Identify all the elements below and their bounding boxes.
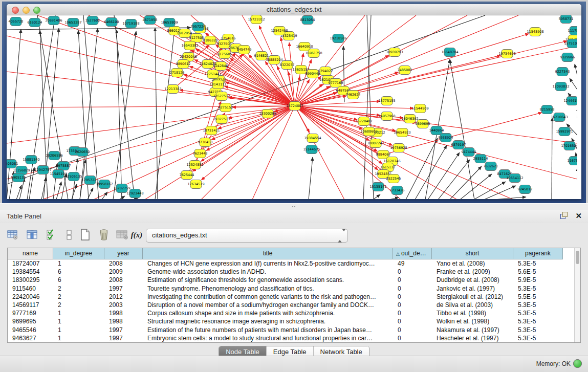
- network-node[interactable]: 9975887: [56, 162, 71, 170]
- network-node[interactable]: 9474444: [462, 148, 476, 157]
- table-scrollbar[interactable]: [574, 248, 580, 342]
- network-node[interactable]: 14957968: [378, 112, 395, 121]
- network-node[interactable]: 4275152: [219, 103, 233, 112]
- float-panel-icon[interactable]: [560, 212, 568, 220]
- show-columns-button[interactable]: [26, 228, 39, 242]
- network-node[interactable]: 9227343: [555, 68, 570, 76]
- network-node[interactable]: 8454749: [237, 46, 252, 54]
- network-node[interactable]: 1167534: [568, 157, 577, 165]
- network-node[interactable]: 1527602: [85, 16, 100, 25]
- table-row[interactable]: 1456911722003Disruption of a novel membe…: [8, 301, 574, 309]
- network-node[interactable]: 10653287: [64, 18, 81, 27]
- network-node[interactable]: 15144575: [303, 145, 320, 154]
- column-header-year[interactable]: year: [104, 248, 143, 259]
- network-node[interactable]: 9127505: [189, 34, 204, 42]
- network-node[interactable]: 15992971: [556, 127, 573, 136]
- table-row[interactable]: 969969511998Structural magnetic resonanc…: [8, 317, 574, 325]
- network-canvas[interactable]: 1872400786601238912954182260589127505818…: [7, 15, 581, 199]
- network-table-selector[interactable]: citations_edges.txt: [146, 229, 348, 243]
- network-node[interactable]: 9245012: [518, 185, 533, 194]
- network-edge[interactable]: [289, 42, 295, 106]
- network-edge[interactable]: [119, 196, 125, 199]
- network-node[interactable]: 19218586: [330, 34, 346, 43]
- network-node[interactable]: 7462624: [346, 91, 361, 99]
- network-node[interactable]: 8186328: [203, 36, 218, 45]
- network-node[interactable]: 5958731: [559, 15, 574, 24]
- network-node[interactable]: 12923448: [126, 189, 143, 198]
- network-node[interactable]: 7625444: [180, 171, 194, 180]
- network-node[interactable]: 1733426: [390, 186, 405, 195]
- network-node[interactable]: 15723312: [248, 15, 265, 24]
- network-node[interactable]: 11548908: [527, 28, 543, 36]
- network-node[interactable]: 1117530: [568, 27, 577, 35]
- network-edge[interactable]: [226, 69, 295, 106]
- network-node[interactable]: 5905135: [11, 173, 26, 182]
- network-edge[interactable]: [309, 157, 313, 199]
- table-mode-button[interactable]: [6, 228, 19, 242]
- network-edge[interactable]: [16, 185, 21, 199]
- column-header-name[interactable]: name: [8, 248, 53, 259]
- network-node[interactable]: 2620650: [75, 148, 90, 157]
- delete-column-button[interactable]: [97, 228, 111, 242]
- network-node[interactable]: 11544909: [411, 104, 428, 113]
- panel-splitter[interactable]: [0, 203, 588, 210]
- network-node[interactable]: 12505135: [65, 172, 82, 181]
- network-edge[interactable]: [295, 106, 396, 131]
- network-node[interactable]: 7632621: [484, 162, 498, 171]
- network-node[interactable]: 9175685: [217, 50, 232, 59]
- network-edge[interactable]: [155, 28, 158, 199]
- network-node[interactable]: 19756928: [390, 144, 407, 152]
- network-node[interactable]: 9777169: [329, 79, 343, 87]
- network-node[interactable]: 17016504: [561, 142, 577, 150]
- network-node[interactable]: 12444154: [563, 97, 577, 105]
- network-node[interactable]: 12942757: [34, 166, 51, 174]
- table-row[interactable]: 1830029562008Estimation of significance …: [8, 276, 574, 284]
- column-header-pagerank[interactable]: pagerank: [513, 248, 563, 259]
- network-edge[interactable]: [494, 197, 526, 199]
- network-node[interactable]: 19384554: [304, 134, 321, 143]
- network-edge[interactable]: [113, 31, 136, 199]
- network-edge[interactable]: [117, 30, 122, 199]
- network-node[interactable]: 18775155: [378, 97, 395, 105]
- network-edge[interactable]: [53, 163, 57, 199]
- new-column-button[interactable]: [78, 228, 92, 242]
- network-edge[interactable]: [133, 199, 138, 199]
- table-row[interactable]: 946554611997Estimation of the future num…: [8, 326, 574, 334]
- column-header-in_degree[interactable]: in_degree: [53, 248, 104, 259]
- select-all-button[interactable]: [45, 228, 58, 242]
- table-row[interactable]: 2242004622012Investigating the contribut…: [8, 293, 574, 301]
- network-node[interactable]: 2935114: [473, 155, 488, 163]
- network-edge[interactable]: [570, 78, 577, 90]
- function-builder-button[interactable]: f(x): [129, 228, 144, 242]
- network-node[interactable]: 9738453: [198, 138, 213, 147]
- network-node[interactable]: 6879197: [451, 141, 466, 149]
- network-node[interactable]: 12524851: [186, 161, 203, 169]
- scrollbar-thumb[interactable]: [576, 251, 579, 264]
- network-node[interactable]: 8813054: [300, 16, 315, 25]
- network-edge[interactable]: [155, 30, 175, 199]
- network-node[interactable]: 9890612: [176, 60, 191, 69]
- network-node[interactable]: 16648784: [441, 48, 458, 57]
- network-node[interactable]: 12093832: [552, 82, 569, 91]
- network-edge[interactable]: [252, 106, 295, 199]
- network-node[interactable]: 15881340: [23, 156, 39, 164]
- network-node[interactable]: 10653809: [161, 18, 178, 27]
- table-row[interactable]: 1872400712008Changes of HCN gene express…: [8, 259, 574, 268]
- network-edge[interactable]: [7, 106, 295, 143]
- network-edge[interactable]: [295, 46, 577, 106]
- delete-table-button[interactable]: [116, 228, 129, 242]
- network-node[interactable]: 7623448: [193, 149, 208, 158]
- table-row[interactable]: 911546021997Tourette syndrome. Phenomeno…: [8, 285, 574, 293]
- network-edge[interactable]: [450, 166, 482, 199]
- network-node[interactable]: 4671958: [143, 16, 158, 25]
- network-edge[interactable]: [373, 194, 380, 199]
- network-edge[interactable]: [438, 160, 470, 199]
- memory-status-indicator[interactable]: [573, 359, 582, 368]
- network-node[interactable]: 8938924: [439, 134, 453, 142]
- network-node[interactable]: 6160124: [28, 18, 42, 27]
- network-node[interactable]: 4055728: [9, 17, 24, 26]
- table-row[interactable]: 946362711997Embryonic stem cells: a mode…: [8, 334, 574, 342]
- table-row[interactable]: 977716911998Corpus callosum shape and si…: [8, 309, 574, 317]
- network-node[interactable]: 15135141: [369, 183, 386, 191]
- network-node[interactable]: 6466100: [104, 18, 119, 27]
